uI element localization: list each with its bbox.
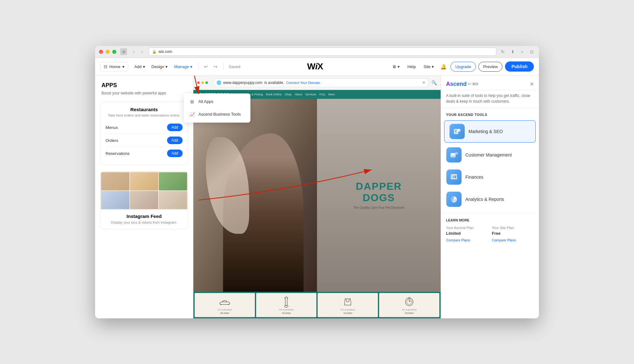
refresh-btn[interactable]: ↻ bbox=[499, 48, 507, 55]
browser-dots bbox=[197, 81, 208, 84]
forward-btn[interactable]: › bbox=[138, 48, 146, 55]
close-window-btn[interactable] bbox=[99, 50, 103, 54]
svg-rect-16 bbox=[455, 176, 456, 178]
marketing-seo-tool[interactable]: Marketing & SEO bbox=[444, 120, 536, 143]
customer-mgmt-tool[interactable]: Customer Management bbox=[441, 144, 539, 166]
browser-min-dot bbox=[201, 81, 204, 84]
marketing-seo-label: Marketing & SEO bbox=[469, 129, 503, 134]
home-label: Home bbox=[109, 64, 120, 69]
nav-book[interactable]: Book Online bbox=[266, 93, 281, 96]
dapper-hero: DAPPERDOGS The Quality Care Your Pet Des… bbox=[193, 99, 441, 292]
design-btn[interactable]: Design ▾ bbox=[149, 62, 170, 71]
connect-domain-link[interactable]: Connect Your Domain bbox=[286, 81, 320, 85]
app-window: ⊟ ‹ › 🔒 wix.com ↻ ⬆ + ⊡ ⊟ Home ▾ Add ▾ D… bbox=[95, 46, 539, 318]
sidebar-icon[interactable]: ⊡ bbox=[528, 48, 535, 55]
hero-subtitle: The Quality Care Your Pet Deserves bbox=[353, 206, 404, 209]
back-btn[interactable]: ‹ bbox=[130, 48, 138, 55]
all-apps-item[interactable]: ⊞ All Apps bbox=[184, 95, 250, 108]
domain-text: www.dapperpuppy.com bbox=[223, 80, 262, 85]
reservations-add-btn[interactable]: Add bbox=[167, 150, 183, 157]
product-1[interactable]: I'm a product 85,00lei bbox=[195, 293, 255, 317]
help-btn[interactable]: Help bbox=[405, 62, 418, 71]
product-4-label: I'm a product bbox=[402, 308, 417, 311]
tab-controls: ⊟ bbox=[120, 48, 127, 55]
site-chevron: ▾ bbox=[432, 64, 434, 69]
reservations-row: Reservations Add bbox=[106, 147, 183, 160]
nav-faq[interactable]: FAQ bbox=[319, 93, 325, 96]
ascend-tools-item[interactable]: 📈 Ascend Business Tools bbox=[184, 108, 250, 121]
dapper-dogs-site: DAPPER DOGS Home Plans & Pricing Book On… bbox=[193, 90, 441, 318]
home-btn[interactable]: ⊟ Home ▾ bbox=[100, 62, 128, 71]
ascend-close-btn[interactable]: ✕ bbox=[530, 81, 534, 87]
marketing-seo-icon bbox=[450, 124, 465, 139]
product-2[interactable]: I'm a product 20,00lei bbox=[256, 293, 316, 317]
manage-btn[interactable]: Manage ▾ bbox=[171, 62, 195, 71]
toolbar-divider-2 bbox=[223, 63, 223, 70]
redo-btn[interactable]: ↪ bbox=[211, 62, 220, 71]
product-3[interactable]: I'm a product 10,00lei bbox=[318, 293, 378, 317]
finances-tool[interactable]: Finances bbox=[441, 166, 539, 188]
learn-more-title: LEARN MORE bbox=[446, 218, 534, 222]
share-icon[interactable]: ⬆ bbox=[509, 48, 516, 55]
ascend-panel: Ascend BY WiX ✕ A built-in suite of tool… bbox=[441, 76, 539, 318]
svg-rect-15 bbox=[453, 176, 455, 178]
add-chevron: ▾ bbox=[143, 64, 145, 69]
ascend-logo: Ascend BY WiX bbox=[446, 81, 478, 87]
instagram-preview bbox=[100, 172, 188, 210]
product-4-price: 25,00lei bbox=[405, 312, 414, 315]
address-bar[interactable]: 🔒 wix.com bbox=[149, 48, 496, 56]
product-1-label: I'm a product bbox=[217, 308, 232, 311]
nav-more[interactable]: More bbox=[328, 93, 335, 96]
nav-shop[interactable]: Shop bbox=[285, 93, 291, 96]
browser-address-bar[interactable]: 🌐 www.dapperpuppy.com is available. Conn… bbox=[213, 78, 429, 87]
browser-search-icon[interactable]: 🔍 bbox=[431, 80, 437, 85]
finances-icon bbox=[446, 169, 462, 185]
instagram-info: Instagram Feed Display your pics & video… bbox=[100, 210, 188, 229]
orders-add-btn[interactable]: Add bbox=[167, 137, 183, 144]
product-4[interactable]: I'm a product 25,00lei bbox=[379, 293, 439, 317]
undo-btn[interactable]: ↩ bbox=[202, 62, 210, 71]
notifications-bell[interactable]: 🔔 bbox=[439, 62, 448, 71]
preview-btn[interactable]: Preview bbox=[478, 62, 502, 72]
maximize-window-btn[interactable] bbox=[112, 50, 116, 54]
undo-redo-group: ↩ ↪ bbox=[202, 62, 220, 71]
menus-add-btn[interactable]: Add bbox=[167, 124, 183, 131]
help-label: Help bbox=[407, 64, 416, 69]
browser-max-dot bbox=[205, 81, 208, 84]
nav-services[interactable]: Services bbox=[305, 93, 316, 96]
menus-row: Menus Add bbox=[106, 121, 183, 134]
site-label: Site bbox=[424, 64, 430, 69]
new-tab-icon[interactable]: + bbox=[519, 48, 526, 55]
design-chevron: ▾ bbox=[165, 64, 168, 69]
ascend-compare-link[interactable]: Compare Plans bbox=[446, 238, 470, 242]
customer-mgmt-icon bbox=[446, 147, 462, 163]
tab-grid-icon[interactable]: ⊟ bbox=[120, 48, 127, 55]
publish-btn[interactable]: Publish bbox=[505, 61, 534, 72]
lock-icon: 🔒 bbox=[152, 50, 157, 54]
device-preview-btn[interactable]: 🖥 ▾ bbox=[390, 62, 402, 71]
instagram-title: Instagram Feed bbox=[106, 214, 183, 219]
site-compare-link[interactable]: Compare Plans bbox=[492, 238, 516, 242]
title-bar: ⊟ ‹ › 🔒 wix.com ↻ ⬆ + ⊡ bbox=[95, 46, 539, 58]
ascend-tools-title: YOUR ASCEND TOOLS bbox=[441, 108, 539, 119]
orders-label: Orders bbox=[106, 138, 118, 143]
add-btn[interactable]: Add ▾ bbox=[132, 62, 148, 71]
product-1-icon bbox=[218, 296, 231, 308]
orders-row: Orders Add bbox=[106, 134, 183, 147]
apps-panel-title: APPS bbox=[101, 82, 187, 89]
product-3-label: I'm a product bbox=[340, 308, 355, 311]
desktop-icon: 🖥 bbox=[392, 64, 396, 69]
toolbar-right: 🖥 ▾ Help Site ▾ 🔔 Upgrade Preview Publis… bbox=[390, 61, 534, 72]
browser-close-dot bbox=[197, 81, 200, 84]
nav-about[interactable]: About bbox=[294, 93, 302, 96]
site-btn[interactable]: Site ▾ bbox=[421, 62, 437, 71]
analytics-reports-tool[interactable]: Analytics & Reports bbox=[441, 188, 539, 210]
upgrade-btn[interactable]: Upgrade bbox=[450, 62, 476, 72]
main-content: APPS Boost your website with powerful ap… bbox=[95, 76, 539, 318]
restaurants-card: Restaurants Take food orders and table r… bbox=[100, 101, 188, 165]
publish-label: Publish bbox=[511, 64, 527, 69]
ascend-by-wix: BY WiX bbox=[468, 82, 478, 86]
browser-close-btn[interactable]: ✕ bbox=[422, 80, 425, 85]
manage-label: Manage bbox=[174, 64, 189, 69]
minimize-window-btn[interactable] bbox=[106, 50, 110, 54]
